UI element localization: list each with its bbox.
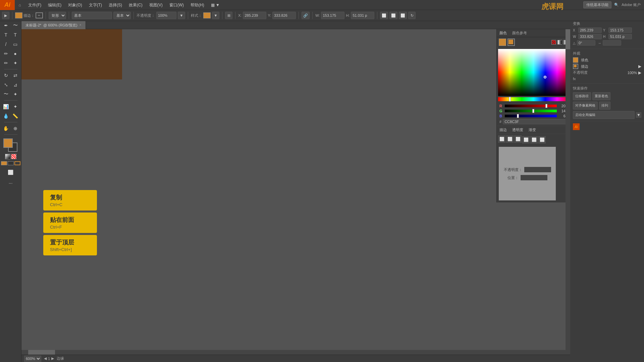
menu-edit[interactable]: 编辑(E) — [45, 0, 65, 10]
stroke-width-container[interactable]: 基本 — [72, 12, 112, 19]
y-input[interactable] — [272, 12, 296, 19]
symbol-tool[interactable]: ✦ — [11, 102, 20, 111]
horizontal-scrollbar[interactable] — [21, 350, 566, 355]
g-slider[interactable] — [505, 110, 557, 112]
position-bar[interactable] — [521, 175, 547, 180]
fill-color-preview[interactable] — [573, 57, 578, 63]
align-right-btn[interactable]: ⬜ — [399, 12, 407, 19]
menu-object[interactable]: 对象(O) — [65, 0, 85, 10]
align-btn-2[interactable]: ⬜ — [506, 135, 514, 143]
shear-tool[interactable]: ⊿ — [11, 80, 20, 89]
menu-select[interactable]: 选择(S) — [105, 0, 125, 10]
tab-document[interactable]: 未标题-2* @ 600% (RGB/预览) × — [21, 21, 86, 29]
screen-mode-btn[interactable]: ⬜ — [6, 168, 15, 177]
color-fill-swatch[interactable] — [499, 39, 506, 46]
more-tools[interactable]: ··· — [6, 179, 15, 187]
prev-page-btn[interactable]: ◀ — [44, 356, 47, 361]
pencil-tool[interactable]: ✏ — [2, 59, 10, 67]
text-tool-2[interactable]: T — [11, 31, 20, 39]
hex-input[interactable] — [503, 119, 568, 124]
chain-link-btn[interactable]: 🔗 — [302, 12, 310, 19]
x-coord-input[interactable] — [578, 27, 602, 33]
align-btn-3[interactable]: ⬜ — [514, 135, 522, 143]
menu-effect[interactable]: 效果(C) — [125, 0, 146, 10]
more-tools-btn[interactable]: ··· — [6, 179, 15, 187]
stroke-preview-container[interactable] — [573, 64, 578, 69]
ai-icon[interactable]: Ai — [573, 123, 580, 130]
eyedropper-tool[interactable]: 💧 — [2, 112, 10, 120]
horizontal-scrollbar-thumb[interactable] — [28, 350, 55, 355]
warp-tool[interactable]: 〜 — [2, 90, 10, 99]
align-pixel-btn[interactable]: 对齐像素网格 — [573, 102, 598, 110]
foreground-color-swatch[interactable] — [3, 138, 13, 148]
global-edit-expand[interactable]: ▼ — [636, 112, 641, 118]
y-coord-input[interactable] — [608, 27, 632, 33]
color-ref-panel-tab[interactable]: 颜色参考 — [509, 31, 530, 36]
zoom-tool[interactable]: ⊕ — [11, 124, 20, 133]
fill-color-btn[interactable] — [15, 12, 22, 18]
context-menu-copy[interactable]: 复制 Ctrl+C — [43, 190, 97, 210]
recolor-btn[interactable]: 重新着色 — [592, 92, 610, 100]
line-tool[interactable]: / — [2, 40, 10, 49]
workspace-selector[interactable]: 传统基本功能 — [583, 1, 611, 8]
x-input[interactable] — [243, 12, 266, 19]
distribute-btn-1[interactable]: ⬜ — [522, 136, 530, 143]
menu-text[interactable]: 文字(T) — [86, 0, 105, 10]
fill-mode-swatch[interactable] — [1, 161, 7, 165]
scale-tool[interactable]: ⤡ — [2, 80, 10, 89]
change-screen-mode[interactable]: ⬜ — [6, 168, 15, 177]
vertical-scrollbar-thumb[interactable] — [566, 29, 570, 49]
global-edit-btn[interactable]: 启动全局编辑 — [573, 111, 635, 119]
context-menu-paste-front[interactable]: 贴在前面 Ctrl+F — [43, 213, 97, 233]
measure-tool[interactable]: 📏 — [11, 112, 20, 120]
hand-tool[interactable]: ✋ — [2, 124, 10, 133]
gradient-btn[interactable] — [5, 154, 10, 159]
grid-btn[interactable]: ⊞ — [225, 12, 232, 19]
stroke-expand-btn[interactable]: ▶ — [638, 64, 641, 69]
gradient-tab[interactable]: 渐变 — [526, 126, 539, 134]
shift-path-btn[interactable]: 位移路径 — [573, 92, 591, 100]
context-menu-bring-front[interactable]: 置于顶层 Shift+Ctrl+] — [43, 235, 97, 255]
rect-tool[interactable]: ▭ — [11, 40, 20, 49]
color-stroke-swatch-container[interactable] — [507, 39, 515, 46]
curvature-tool[interactable]: 〜 — [11, 21, 20, 30]
b-slider[interactable] — [505, 115, 557, 117]
pen-tool[interactable]: ✒ — [2, 21, 10, 30]
shaper-tool[interactable]: ✦ — [11, 59, 20, 67]
stroke-color-btn[interactable]: ✏ — [36, 12, 43, 18]
transparency-tab[interactable]: 透明度 — [509, 126, 526, 134]
paint-tool[interactable]: ✏ — [2, 49, 10, 58]
transform-btn[interactable]: ↻ — [408, 12, 416, 19]
h-input[interactable] — [351, 12, 374, 19]
color-panel-tab[interactable]: 颜色 — [497, 31, 509, 36]
r-slider[interactable] — [505, 105, 557, 107]
menu-extra[interactable]: ▦ ▼ — [208, 0, 223, 10]
blob-tool[interactable]: ● — [11, 49, 20, 58]
stroke-tab[interactable]: 描边 — [497, 126, 509, 134]
align-center-btn[interactable]: ⬜ — [389, 12, 397, 19]
skew-input[interactable] — [603, 40, 621, 46]
reflect-tool[interactable]: ⇄ — [11, 71, 20, 80]
menu-window[interactable]: 窗口(W) — [166, 0, 187, 10]
angle-input[interactable] — [577, 40, 595, 46]
color-none-btn[interactable] — [551, 40, 556, 45]
color-spectrum-btn[interactable] — [557, 40, 562, 45]
stroke-mode-swatch[interactable] — [8, 161, 14, 165]
home-button[interactable]: ⌂ — [15, 0, 25, 10]
w-coord-input[interactable] — [578, 34, 602, 39]
arrange-btn[interactable]: 排列 — [599, 102, 610, 110]
stroke-width-select[interactable]: 基本 — [113, 12, 131, 19]
tab-close-btn[interactable]: × — [79, 21, 82, 29]
graph-tool[interactable]: 📊 — [2, 102, 10, 111]
distribute-btn-2[interactable]: ⬜ — [530, 136, 538, 143]
vertical-scrollbar[interactable] — [566, 29, 570, 355]
style-swatch[interactable] — [203, 12, 211, 18]
distribute-btn-3[interactable]: ⬜ — [538, 136, 546, 143]
opacity-arrow[interactable]: ▼ — [178, 12, 185, 19]
rotate-tool[interactable]: ↻ — [2, 71, 10, 80]
select-tool-btn[interactable]: ▶ — [2, 12, 9, 19]
shape-selector[interactable]: 矩形 — [49, 12, 66, 19]
hue-bar[interactable] — [498, 97, 569, 101]
menu-help[interactable]: 帮助(H) — [187, 0, 208, 10]
color-picker-spectrum[interactable] — [498, 49, 569, 96]
